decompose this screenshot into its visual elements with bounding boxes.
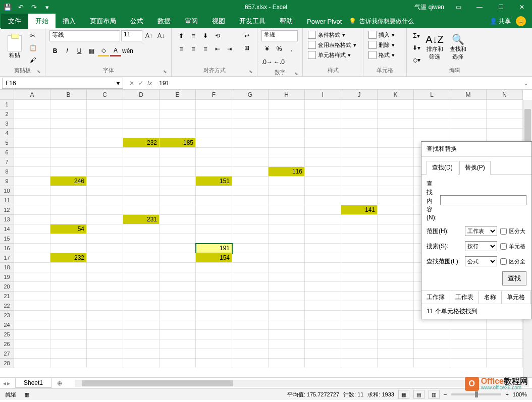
cell[interactable] — [196, 311, 232, 320]
number-launcher-icon[interactable]: ⬊ — [294, 71, 298, 76]
cell[interactable] — [450, 339, 487, 349]
cell[interactable] — [378, 224, 414, 234]
autosum-icon[interactable]: Σ▾ — [411, 30, 422, 41]
cell[interactable]: 116 — [269, 167, 305, 177]
cell[interactable] — [341, 272, 378, 282]
cell[interactable] — [305, 339, 341, 349]
cell[interactable] — [232, 157, 269, 167]
cell[interactable] — [232, 311, 269, 320]
find-scope-select[interactable]: 工作表 — [465, 226, 497, 236]
cell[interactable] — [232, 196, 269, 205]
cell[interactable]: 246 — [50, 177, 87, 186]
page-break-view-icon[interactable]: ▥ — [429, 390, 440, 399]
cell[interactable] — [14, 224, 50, 234]
cell[interactable] — [123, 129, 159, 138]
cell[interactable] — [14, 177, 50, 186]
cell[interactable]: 232 — [50, 253, 87, 263]
cell[interactable] — [123, 244, 159, 253]
tab-help[interactable]: 帮助 — [273, 14, 300, 29]
sheet-nav-last-icon[interactable]: ▸ — [7, 380, 10, 387]
cell[interactable] — [378, 196, 414, 205]
cell[interactable] — [14, 138, 50, 148]
cell[interactable] — [159, 129, 196, 138]
row-header[interactable]: 12 — [0, 205, 14, 215]
cell[interactable] — [487, 320, 523, 330]
cell[interactable] — [87, 186, 123, 196]
zoom-level[interactable]: 100% — [513, 391, 527, 397]
cell[interactable] — [341, 282, 378, 292]
cell[interactable] — [87, 157, 123, 167]
cell[interactable] — [159, 157, 196, 167]
formula-input[interactable]: 191 — [156, 80, 520, 87]
cell[interactable] — [378, 157, 414, 167]
cell[interactable] — [196, 138, 232, 148]
cell[interactable] — [305, 263, 341, 272]
column-header[interactable]: B — [50, 90, 87, 100]
column-header[interactable]: E — [159, 90, 196, 100]
align-bottom-icon[interactable]: ⬇ — [200, 30, 211, 41]
column-header[interactable]: A — [14, 90, 50, 100]
cell[interactable] — [305, 109, 341, 119]
cell[interactable] — [50, 138, 87, 148]
cell[interactable] — [232, 292, 269, 301]
cell[interactable] — [14, 320, 50, 330]
font-color-icon[interactable]: A — [110, 45, 121, 56]
row-header[interactable]: 11 — [0, 196, 14, 205]
column-header[interactable]: L — [414, 90, 450, 100]
cell[interactable] — [305, 359, 341, 368]
cell[interactable] — [378, 253, 414, 263]
row-header[interactable]: 4 — [0, 129, 14, 138]
cell[interactable] — [87, 301, 123, 311]
cell[interactable] — [269, 138, 305, 148]
cell[interactable]: 191 — [196, 244, 232, 253]
cell[interactable] — [14, 253, 50, 263]
cell[interactable] — [14, 272, 50, 282]
cell[interactable] — [269, 119, 305, 129]
row-header[interactable]: 2 — [0, 109, 14, 119]
minimize-icon[interactable]: — — [472, 4, 487, 11]
cell[interactable] — [305, 311, 341, 320]
select-all-corner[interactable] — [0, 90, 14, 100]
expand-formula-bar-icon[interactable]: ⌄ — [520, 80, 532, 87]
cell[interactable] — [14, 339, 50, 349]
cell[interactable] — [269, 157, 305, 167]
cell[interactable] — [14, 157, 50, 167]
cell[interactable] — [269, 100, 305, 109]
cell[interactable] — [341, 119, 378, 129]
cell[interactable] — [159, 339, 196, 349]
cell[interactable] — [196, 205, 232, 215]
cell[interactable] — [378, 301, 414, 311]
column-header[interactable]: N — [487, 90, 523, 100]
cell[interactable] — [269, 253, 305, 263]
find-tab[interactable]: 查找(D) — [427, 161, 458, 175]
cell[interactable] — [341, 339, 378, 349]
cell[interactable] — [159, 301, 196, 311]
hscroll-thumb[interactable] — [82, 380, 233, 386]
cell[interactable] — [450, 330, 487, 339]
cell[interactable] — [87, 359, 123, 368]
match-width-checkbox[interactable]: 区分全 — [500, 258, 525, 265]
zoom-slider[interactable] — [451, 393, 501, 395]
cell[interactable] — [123, 282, 159, 292]
column-header[interactable]: H — [269, 90, 305, 100]
cell[interactable] — [14, 349, 50, 359]
cell[interactable] — [414, 320, 450, 330]
cell[interactable] — [50, 148, 87, 157]
clear-icon[interactable]: ◇▾ — [411, 54, 422, 66]
row-header[interactable]: 6 — [0, 148, 14, 157]
italic-icon[interactable]: I — [62, 45, 73, 56]
cell[interactable] — [450, 359, 487, 368]
column-header[interactable]: I — [305, 90, 341, 100]
cell[interactable] — [232, 224, 269, 234]
add-sheet-icon[interactable]: ⊕ — [55, 380, 65, 387]
cell[interactable] — [378, 148, 414, 157]
cell[interactable] — [305, 167, 341, 177]
cell[interactable] — [196, 359, 232, 368]
cell[interactable] — [123, 339, 159, 349]
cell[interactable] — [305, 272, 341, 282]
column-header[interactable]: M — [450, 90, 487, 100]
cell[interactable] — [341, 177, 378, 186]
column-header[interactable]: D — [123, 90, 159, 100]
cell[interactable] — [50, 186, 87, 196]
cell[interactable] — [341, 301, 378, 311]
